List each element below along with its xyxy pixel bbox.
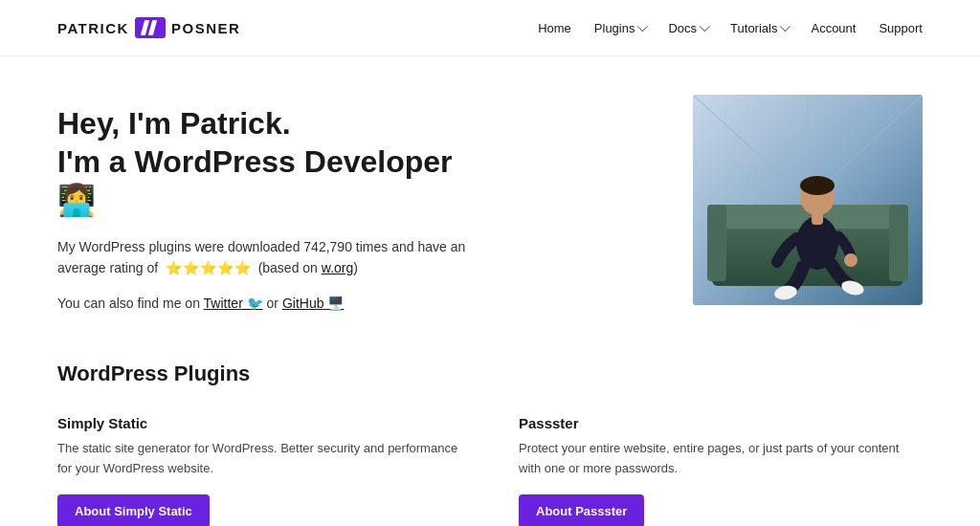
nav-item-plugins[interactable]: Plugins bbox=[594, 21, 646, 35]
nav-item-support[interactable]: Support bbox=[879, 21, 923, 35]
logo-icon bbox=[135, 17, 166, 38]
plugin-card-passster: Passster Protect your entire website, en… bbox=[519, 415, 923, 526]
star-rating: ⭐ ⭐ ⭐ ⭐ ⭐ bbox=[166, 257, 251, 278]
plugins-section: WordPress Plugins Simply Static The stat… bbox=[57, 362, 923, 526]
about-simply-static-button[interactable]: About Simply Static bbox=[57, 494, 210, 526]
github-link[interactable]: GitHub 🖥️ bbox=[282, 296, 344, 311]
svg-rect-7 bbox=[889, 205, 908, 281]
plugin-desc-simply-static: The static site generator for WordPress.… bbox=[57, 439, 461, 479]
main-content: Hey, I'm Patrick. I'm a WordPress Develo… bbox=[0, 56, 980, 526]
logo-text-right: POSNER bbox=[171, 20, 240, 36]
worg-link[interactable]: w.org bbox=[322, 260, 353, 275]
star-1: ⭐ bbox=[166, 257, 182, 278]
hero-section: Hey, I'm Patrick. I'm a WordPress Develo… bbox=[57, 95, 923, 314]
plugin-desc-passster: Protect your entire website, entire page… bbox=[519, 439, 923, 479]
hero-image bbox=[693, 95, 923, 305]
chevron-down-icon bbox=[700, 21, 710, 32]
star-4: ⭐ bbox=[217, 257, 234, 278]
hero-title: Hey, I'm Patrick. I'm a WordPress Develo… bbox=[57, 104, 479, 219]
hero-photo bbox=[693, 95, 923, 305]
plugins-heading: WordPress Plugins bbox=[57, 362, 923, 386]
star-2: ⭐ bbox=[183, 257, 199, 278]
svg-point-11 bbox=[844, 253, 858, 267]
star-3: ⭐ bbox=[200, 257, 216, 278]
chevron-down-icon bbox=[780, 21, 791, 32]
svg-point-10 bbox=[800, 176, 835, 195]
hero-description-social: You can also find me on Twitter 🐦 or Git… bbox=[57, 293, 479, 314]
nav-item-tutorials[interactable]: Tutorials bbox=[730, 21, 788, 35]
header: PATRICK POSNER Home Plugins Docs Tutoria… bbox=[0, 0, 980, 56]
site-logo[interactable]: PATRICK POSNER bbox=[57, 17, 240, 38]
about-passster-button[interactable]: About Passster bbox=[519, 494, 644, 526]
plugin-name-passster: Passster bbox=[519, 415, 923, 431]
twitter-link[interactable]: Twitter 🐦 bbox=[204, 296, 263, 311]
star-5: ⭐ bbox=[234, 257, 251, 278]
nav-item-docs[interactable]: Docs bbox=[668, 21, 707, 35]
hero-description-downloads: My WordPress plugins were downloaded 742… bbox=[57, 236, 479, 279]
plugins-grid: Simply Static The static site generator … bbox=[57, 415, 923, 526]
logo-text-left: PATRICK bbox=[57, 20, 129, 36]
plugin-card-simply-static: Simply Static The static site generator … bbox=[57, 415, 461, 526]
svg-rect-6 bbox=[707, 205, 726, 281]
main-nav: Home Plugins Docs Tutorials Account Supp… bbox=[538, 21, 923, 35]
svg-rect-14 bbox=[812, 211, 823, 225]
chevron-down-icon bbox=[637, 21, 648, 32]
nav-item-home[interactable]: Home bbox=[538, 21, 571, 35]
hero-text: Hey, I'm Patrick. I'm a WordPress Develo… bbox=[57, 95, 479, 314]
plugin-name-simply-static: Simply Static bbox=[57, 415, 461, 431]
nav-item-account[interactable]: Account bbox=[811, 21, 856, 35]
